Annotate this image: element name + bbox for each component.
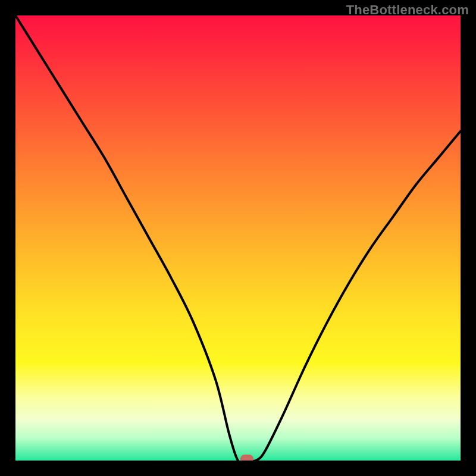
plot-area bbox=[15, 15, 461, 461]
bottleneck-curve bbox=[15, 15, 461, 461]
optimal-point-marker bbox=[240, 455, 253, 461]
chart-frame: TheBottleneck.com bbox=[0, 0, 476, 476]
